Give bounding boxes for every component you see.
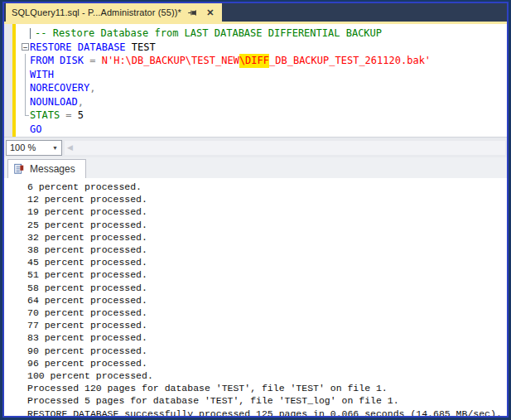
message-line: 70 percent processed. bbox=[27, 307, 507, 319]
zoom-level-value: 100 % bbox=[10, 142, 36, 152]
code-token: 5 bbox=[78, 109, 84, 123]
message-line: 100 percent processed. bbox=[27, 369, 507, 382]
code-token: GO bbox=[30, 123, 41, 137]
text-caret bbox=[30, 28, 31, 39]
fold-margin bbox=[21, 27, 30, 41]
message-line: 90 percent processed. bbox=[27, 345, 507, 357]
code-token: _DB_BACKUP_TEST_261120.bak' bbox=[269, 54, 431, 68]
code-token: STATS bbox=[30, 109, 60, 123]
code-token: TEST bbox=[126, 41, 156, 55]
track-changes-bar bbox=[12, 24, 16, 137]
code-line[interactable]: FROM DISK = N'H:\DB_BACKUP\TEST_NEW\DIFF… bbox=[21, 54, 507, 68]
code-line[interactable]: NORECOVERY, bbox=[21, 81, 507, 95]
code-line[interactable]: STATS = 5 bbox=[21, 109, 507, 123]
message-line: 45 percent processed. bbox=[27, 256, 507, 268]
editor-bottom-bar: 100 % ▼ ◀ bbox=[4, 137, 507, 157]
message-line: 77 percent processed. bbox=[27, 319, 507, 331]
code-token: , bbox=[89, 81, 95, 95]
fold-margin bbox=[21, 123, 30, 137]
message-line: RESTORE DATABASE successfully processed … bbox=[27, 408, 507, 416]
fold-collapse-icon[interactable] bbox=[21, 41, 30, 55]
query-window: SQLQuery11.sql - P...Administrator (55))… bbox=[2, 2, 509, 418]
zoom-level-dropdown[interactable]: 100 % ▼ bbox=[6, 140, 62, 156]
fold-margin bbox=[21, 109, 30, 123]
code-token: NORECOVERY bbox=[30, 81, 89, 95]
code-token: , bbox=[78, 95, 84, 109]
message-line: 38 percent processed. bbox=[27, 244, 507, 256]
message-line: 12 percent processed. bbox=[27, 193, 507, 205]
document-tab-title: SQLQuery11.sql - P...Administrator (55))… bbox=[12, 7, 181, 17]
code-area[interactable]: -- Restore Database from LAST DATABASE D… bbox=[21, 27, 507, 136]
fold-margin bbox=[21, 68, 30, 82]
editor-indicator-margin bbox=[4, 24, 12, 137]
code-token: WITH bbox=[30, 68, 54, 82]
results-tab-bar: Messages bbox=[4, 157, 507, 178]
horizontal-scrollbar[interactable]: ◀ bbox=[65, 141, 505, 155]
code-token: FROM DISK bbox=[30, 54, 84, 68]
code-token: N'H:\DB_BACKUP\TEST_NEW bbox=[102, 54, 239, 68]
message-line: Processed 120 pages for database 'TEST',… bbox=[27, 382, 507, 394]
chevron-down-icon: ▼ bbox=[52, 145, 58, 151]
messages-pane[interactable]: 6 percent processed.12 percent processed… bbox=[4, 178, 507, 416]
code-token: NOUNLOAD bbox=[30, 95, 78, 109]
message-line: 32 percent processed. bbox=[27, 231, 507, 244]
message-line: 58 percent processed. bbox=[27, 282, 507, 294]
fold-margin bbox=[21, 81, 30, 95]
message-line: 96 percent processed. bbox=[27, 357, 507, 369]
code-line[interactable]: WITH bbox=[21, 68, 507, 82]
code-line[interactable]: RESTORE DATABASE TEST bbox=[21, 41, 507, 55]
pin-icon[interactable] bbox=[187, 7, 199, 18]
code-token: = bbox=[84, 54, 102, 68]
ssms-window: { "window": { "frame_color": "#1a3866", … bbox=[0, 0, 511, 420]
fold-margin bbox=[21, 95, 30, 109]
code-token: = bbox=[60, 109, 78, 123]
close-icon[interactable]: ✕ bbox=[205, 7, 216, 18]
message-line: Processed 5 pages for database 'TEST', f… bbox=[27, 394, 507, 407]
scroll-left-arrow-icon[interactable]: ◀ bbox=[67, 143, 73, 152]
message-line: 83 percent processed. bbox=[27, 331, 507, 344]
message-line: 25 percent processed. bbox=[27, 219, 507, 231]
message-line: 6 percent processed. bbox=[27, 181, 507, 193]
code-line[interactable]: NOUNLOAD, bbox=[21, 95, 507, 109]
code-line[interactable]: GO bbox=[21, 123, 507, 137]
messages-icon bbox=[13, 163, 25, 175]
message-line: 51 percent processed. bbox=[27, 268, 507, 281]
code-token: -- Restore Database from LAST DATABASE D… bbox=[35, 27, 382, 41]
sql-editor[interactable]: -- Restore Database from LAST DATABASE D… bbox=[4, 24, 507, 137]
document-tab-bar: SQLQuery11.sql - P...Administrator (55))… bbox=[4, 3, 507, 22]
code-line[interactable]: -- Restore Database from LAST DATABASE D… bbox=[21, 27, 507, 41]
tab-messages[interactable]: Messages bbox=[7, 159, 86, 178]
document-tab-sqlquery11[interactable]: SQLQuery11.sql - P...Administrator (55))… bbox=[6, 3, 222, 22]
messages-tab-label: Messages bbox=[30, 163, 75, 175]
message-line: 19 percent processed. bbox=[27, 205, 507, 218]
fold-margin bbox=[21, 54, 30, 68]
code-token: RESTORE DATABASE bbox=[30, 41, 126, 55]
message-line: 64 percent processed. bbox=[27, 294, 507, 307]
code-token: \DIFF bbox=[239, 54, 269, 68]
